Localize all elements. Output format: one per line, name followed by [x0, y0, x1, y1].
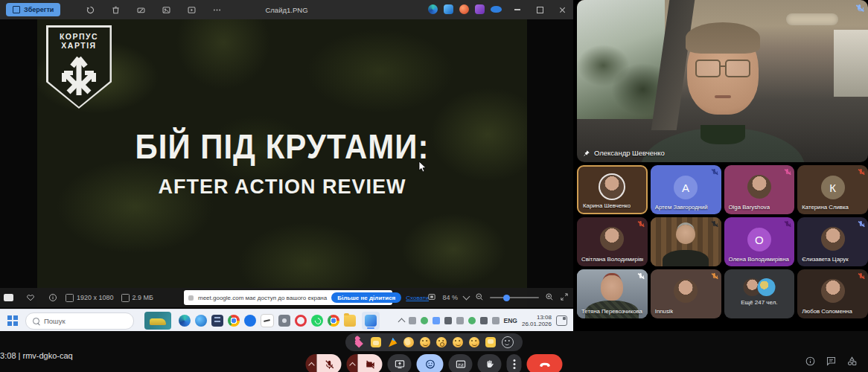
resolution-icon — [66, 294, 74, 302]
resolution-meta: 1920 x 1080 — [66, 294, 114, 302]
language-indicator[interactable]: ENG — [504, 317, 517, 324]
tray-icon-4[interactable] — [444, 317, 452, 324]
onedrive-icon[interactable] — [491, 6, 502, 13]
camera-off-button[interactable] — [358, 354, 383, 372]
info-button[interactable] — [805, 356, 816, 367]
more-options-button[interactable] — [507, 354, 522, 372]
zoom-out-icon[interactable] — [475, 292, 484, 303]
filmstrip-icon[interactable] — [4, 294, 13, 301]
participant-tile[interactable]: К Катерина Сливка — [797, 165, 868, 214]
raise-hand-button[interactable] — [478, 354, 502, 372]
tray-icon-1[interactable] — [409, 317, 416, 324]
photos-app-active[interactable] — [362, 312, 380, 330]
info-icon[interactable] — [48, 292, 58, 303]
edit-icon[interactable] — [136, 5, 146, 15]
taskbar-search[interactable]: Пошук — [25, 312, 134, 330]
calculator-icon[interactable] — [211, 315, 223, 327]
participant-tile[interactable]: А Артем Завгородний — [651, 165, 721, 214]
reaction-think[interactable] — [469, 337, 479, 347]
reaction-heart[interactable] — [354, 337, 365, 347]
slideshow-icon[interactable] — [187, 5, 197, 15]
chrome2-icon[interactable] — [328, 315, 339, 327]
chrome-icon[interactable] — [228, 315, 240, 327]
filter-icon[interactable] — [162, 5, 171, 15]
more-icon[interactable] — [212, 5, 222, 15]
maximize-button[interactable] — [529, 0, 551, 19]
whatsapp-icon[interactable] — [311, 315, 323, 327]
tray-expand-icon[interactable] — [398, 318, 405, 326]
notification-center-icon[interactable] — [556, 315, 567, 326]
close-button[interactable] — [551, 0, 573, 19]
favorite-icon[interactable] — [25, 292, 36, 303]
avatar — [757, 278, 775, 296]
edge-icon[interactable] — [428, 4, 438, 14]
overflow-tile[interactable]: Ещё 247 чел. — [724, 269, 795, 318]
participant-tile[interactable]: Карина Шевченко — [577, 165, 648, 214]
reaction-thumbs-up[interactable] — [371, 337, 381, 347]
participant-tile[interactable]: О Олена Володимирівна Кузне... — [724, 217, 795, 266]
file-explorer-icon[interactable] — [344, 315, 356, 327]
clock-date: 26.01.2026 — [522, 321, 552, 327]
car-window — [577, 0, 665, 119]
delete-icon[interactable] — [111, 5, 121, 15]
rotate-icon[interactable] — [86, 5, 95, 15]
mic-off-icon — [858, 168, 864, 176]
blue-app-icon[interactable] — [244, 315, 256, 327]
camera-icon[interactable] — [278, 315, 290, 327]
camera-options-button[interactable] — [347, 354, 358, 372]
stop-sharing-button[interactable]: Більше не ділитися — [331, 292, 401, 303]
end-call-button[interactable] — [527, 354, 563, 372]
participant-tile[interactable]: Єлизавета Царук — [797, 217, 868, 266]
widgets-icon[interactable] — [144, 312, 171, 330]
paint-icon[interactable] — [444, 4, 453, 14]
participant-tile[interactable]: Olga Baryshova — [724, 165, 795, 214]
edge-icon[interactable] — [179, 315, 191, 327]
participant-video — [667, 27, 779, 162]
participant-tile[interactable] — [651, 217, 721, 266]
reaction-party[interactable] — [387, 337, 398, 347]
raised-hand-icon — [710, 272, 717, 280]
save-button[interactable]: Зберегти — [6, 3, 60, 16]
reaction-custom-emoji-icon[interactable] — [502, 336, 514, 348]
tray-icon-2[interactable] — [421, 317, 428, 324]
participant-tile[interactable]: Світлана Володимирівна — [577, 217, 648, 266]
captions-button[interactable] — [449, 354, 473, 372]
start-button[interactable] — [7, 315, 18, 326]
reaction-clap[interactable] — [403, 337, 414, 347]
activities-button[interactable] — [846, 356, 858, 367]
purple-app-icon[interactable] — [475, 4, 485, 14]
tray-icon-3[interactable] — [433, 317, 440, 324]
edge-beta-icon[interactable] — [195, 315, 207, 327]
reactions-button[interactable] — [417, 354, 444, 372]
fullscreen-icon[interactable] — [560, 292, 569, 303]
tray-icon-6[interactable] — [468, 317, 476, 324]
zoom-level[interactable]: 84 % — [442, 294, 458, 301]
present-button[interactable] — [388, 354, 412, 372]
info-icon — [805, 356, 816, 367]
mic-options-button[interactable] — [306, 354, 317, 372]
tray-icon-5[interactable] — [456, 317, 464, 324]
participant-tile[interactable]: Тетяна Перевозчикова — [577, 269, 648, 318]
participant-tile[interactable]: Innusik — [651, 269, 721, 318]
reaction-surprised[interactable] — [436, 337, 447, 347]
powerpoint-icon[interactable] — [459, 4, 469, 14]
chat-button[interactable] — [826, 356, 837, 367]
tray-icon-7[interactable] — [480, 317, 488, 324]
signature-icon[interactable] — [261, 314, 274, 327]
participant-tile[interactable]: Любов Соломенна — [797, 269, 868, 318]
main-participant-tile[interactable]: Олександр Шевченко — [577, 0, 868, 162]
opera-icon[interactable] — [295, 315, 307, 327]
reaction-thumbs-down[interactable] — [485, 337, 496, 347]
reaction-laugh[interactable] — [420, 337, 430, 347]
zoom-slider-knob[interactable] — [503, 295, 510, 301]
volume-muted-icon[interactable] — [492, 317, 500, 324]
reaction-sad[interactable] — [453, 337, 463, 347]
chevron-down-icon[interactable] — [463, 293, 470, 301]
zoom-slider[interactable] — [490, 297, 539, 298]
fit-screen-icon[interactable] — [427, 292, 436, 303]
mic-off-button[interactable] — [317, 354, 342, 372]
hide-link[interactable]: Сховати — [406, 295, 429, 301]
zoom-in-icon[interactable] — [545, 292, 554, 303]
minimize-button[interactable] — [506, 0, 529, 19]
clock[interactable]: 13:08 26.01.2026 — [522, 314, 552, 327]
